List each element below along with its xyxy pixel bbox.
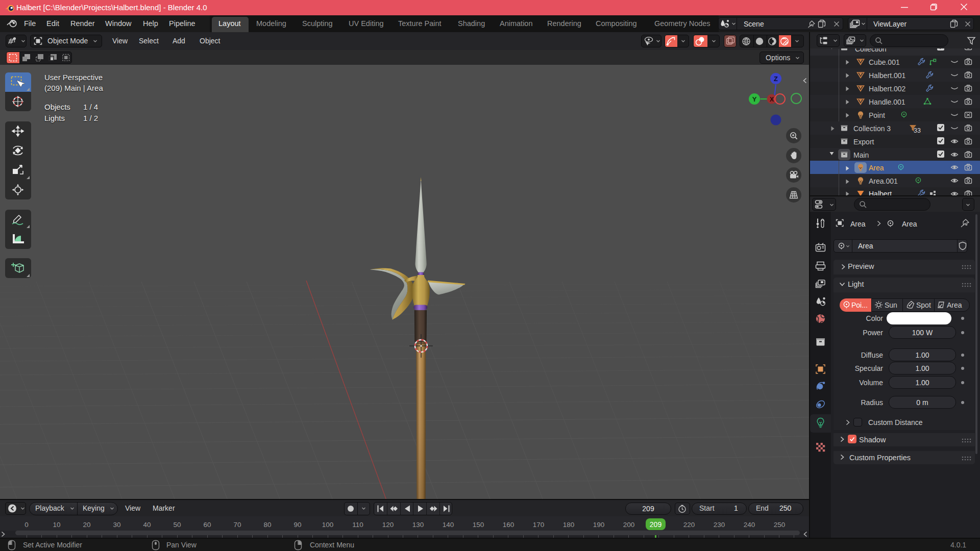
svg-text:X: X xyxy=(770,96,774,103)
svg-text:Y: Y xyxy=(752,95,757,103)
svg-text:Z: Z xyxy=(774,75,778,83)
